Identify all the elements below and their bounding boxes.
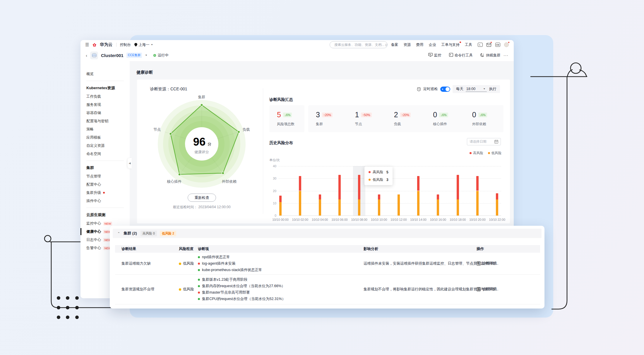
bar-high-risk <box>496 193 498 199</box>
back-button[interactable]: ‹ <box>86 53 87 58</box>
bar-low-risk <box>319 199 321 216</box>
sidebar-item-配置项与密钥[interactable]: 配置项与密钥 <box>80 117 130 125</box>
nav-item-企业[interactable]: 企业 <box>429 42 436 47</box>
item-status-dot-ok <box>198 269 200 271</box>
gridline-10 <box>279 203 501 204</box>
sidebar-section-Kubernetes资源: Kubernetes资源 <box>80 84 130 92</box>
messages-icon[interactable] <box>486 42 491 47</box>
collapse-chevron-icon[interactable]: ⌃ <box>117 232 120 235</box>
nav-item-备案[interactable]: 备案 <box>391 42 398 47</box>
stat-value: 0 <box>433 111 437 119</box>
sidebar-item-自定义资源[interactable]: 自定义资源 <box>80 142 130 150</box>
cluster-switch-chevron-icon[interactable]: ▼ <box>145 54 148 56</box>
sidebar-item-label: 概览 <box>86 72 94 77</box>
item-status-dot-ok <box>198 279 200 281</box>
cluster-actions: 监控命令行工具z休眠集群 <box>428 53 501 58</box>
row-divider <box>115 304 540 304</box>
risk-group-title: 集群 (2) <box>124 231 137 236</box>
stat-负载: 2↑20%负载 <box>386 105 425 132</box>
table-row[interactable]: 集群运维能力欠缺低风险npd插件状态正常log-agent插件未安装kube-p… <box>115 253 540 274</box>
chevron-down-icon: ▼ <box>483 88 486 90</box>
cluster-bar: ‹ Cluster001 CCE集群 ▼ 运行中 监控命令行工具z休眠集群 ··… <box>80 49 514 61</box>
risk-category-cards: 3↑20%集群1↑50%节点2↑20%负载0↓6%核心插件0↓6%外部依赖 <box>308 105 503 132</box>
sidebar-item-label: 应用模板 <box>86 135 101 140</box>
bar-high-risk <box>299 176 301 191</box>
item-status-dot-error <box>198 292 200 294</box>
more-actions-button[interactable]: ··· <box>503 53 508 58</box>
nav-item-资源[interactable]: 资源 <box>404 42 411 47</box>
stat-集群: 3↑20%集群 <box>308 105 347 132</box>
table-row[interactable]: 集群资源规划不合理低风险集群版本v1.23处于商用阶段集群内存的request水… <box>115 274 540 304</box>
y-tick-20: 20 <box>269 189 276 193</box>
bar-low-risk <box>358 199 360 216</box>
diagnostic-item: 集群版本v1.23处于商用阶段 <box>198 276 285 283</box>
account-avatar[interactable] <box>504 42 509 47</box>
nav-item-费用[interactable]: 费用 <box>416 42 424 47</box>
cell-diagnostic-items: npd插件状态正常log-agent插件未安装kube-prometheus-s… <box>198 254 262 273</box>
sidebar-divider <box>86 208 124 208</box>
sidebar-item-节点管理[interactable]: 节点管理 <box>80 172 130 180</box>
cluster-icon <box>90 51 98 59</box>
recheck-button[interactable]: 重新检查 <box>188 194 216 202</box>
sidebar-item-应用模板[interactable]: 应用模板 <box>80 133 130 142</box>
console-link[interactable]: 控制台 <box>120 42 131 47</box>
run-button[interactable]: 执行 <box>489 87 496 92</box>
region-selector[interactable]: 上海一 ▼ <box>134 42 153 47</box>
diagnostic-item-text: kube-prometheus-stack插件状态正常 <box>202 268 262 273</box>
hamburger-menu-icon[interactable]: ☰ <box>85 42 89 47</box>
action-休眠集群[interactable]: z休眠集群 <box>480 53 501 58</box>
calendar-icon <box>494 140 498 144</box>
tooltip-value: 3 <box>386 178 388 182</box>
time-select[interactable]: 18:00 ▼ <box>466 86 487 92</box>
brand-name[interactable]: 华为云 <box>100 42 113 47</box>
sidebar-item-概览[interactable]: 概览 <box>80 70 130 78</box>
badge-低风险 2: 低风险 2 <box>160 231 176 236</box>
radar-axis-节点: 节点 <box>153 127 161 132</box>
action-监控[interactable]: 监控 <box>428 53 441 58</box>
diagnostic-item: 集群内存的request水位合理（当前水位为27.66%） <box>198 283 285 289</box>
stage: ☰ ✿ 华为云 控制台 上海一 ▼ 搜索云服务、功能、资源、文档... (/) … <box>0 0 644 355</box>
huawei-logo-icon[interactable]: ✿ <box>93 43 96 47</box>
bar-low-risk <box>496 199 498 216</box>
history-legend: 高风险低风险 <box>441 151 501 155</box>
sidebar-item-配置中心[interactable]: 配置中心 <box>80 180 130 189</box>
diagnose-detail-button[interactable]: 诊断详情 <box>477 261 497 266</box>
sidebar-collapse-handle[interactable]: ◀ <box>128 158 132 168</box>
action-命令行工具[interactable]: 命令行工具 <box>449 53 473 58</box>
date-picker-input[interactable]: 请选择日期 <box>467 138 501 145</box>
action-label: 休眠集群 <box>486 53 501 58</box>
stat-核心插件: 0↓6%核心插件 <box>425 105 464 132</box>
cli-icon[interactable]: >_ <box>477 42 483 47</box>
sidebar-item-策略[interactable]: 策略 <box>80 125 130 133</box>
last-check-time: 最近巡检时间： 2023/04/04 12:00:00 <box>173 205 230 210</box>
bar-high-risk <box>319 194 321 199</box>
legend-dot <box>470 152 472 154</box>
bar-high-risk <box>437 194 439 199</box>
page-title: 健康诊断 <box>136 70 153 75</box>
diagnostic-item: 集群master节点非高可用部署 <box>198 289 285 296</box>
nav-item-工具[interactable]: 工具 <box>465 42 472 47</box>
sidebar-item-服务发现[interactable]: 服务发现 <box>80 101 130 109</box>
diagnose-detail-button[interactable]: 诊断详情 <box>477 287 497 292</box>
low-risk-dot <box>179 288 181 291</box>
sidebar-item-命名空间[interactable]: 命名空间 <box>80 150 130 158</box>
language-icon[interactable]: CN <box>495 42 500 47</box>
search-input[interactable]: 搜索云服务、功能、资源、文档... (/) <box>330 41 388 48</box>
tooltip-dot <box>369 171 371 173</box>
sidebar-item-集群升级[interactable]: 集群升级 <box>80 189 130 197</box>
sidebar-item-工作负载[interactable]: 工作负载 <box>80 92 130 101</box>
item-status-dot-ok <box>198 256 200 258</box>
sidebar-item-插件中心[interactable]: 插件中心 <box>80 197 130 205</box>
monitor-icon <box>428 53 433 58</box>
risk-level-label: 低风险 <box>183 287 194 292</box>
bar-high-risk <box>358 175 360 200</box>
column-header-操作: 操作 <box>477 247 484 251</box>
bar-high-risk <box>457 175 459 200</box>
schedule-toggle[interactable] <box>440 87 450 92</box>
nav-item-工单与支持[interactable]: 工单与支持 <box>441 42 460 47</box>
bar-low-risk <box>476 191 479 216</box>
sidebar-item-容器存储[interactable]: 容器存储 <box>80 109 130 117</box>
sleep-icon: z <box>480 53 484 58</box>
stat-label: 节点 <box>355 122 386 127</box>
cluster-status: 运行中 <box>153 53 169 58</box>
